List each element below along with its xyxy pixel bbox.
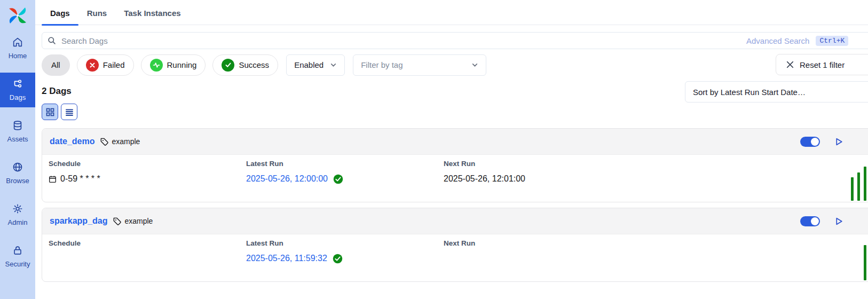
chevron-down-icon: [471, 61, 478, 68]
sidebar-item-assets[interactable]: Assets: [0, 114, 35, 149]
search-input[interactable]: [42, 32, 868, 49]
home-icon: [12, 36, 23, 48]
reset-filters-label: Reset 1 filter: [800, 60, 845, 69]
latest-run-column: Latest Run 2025-05-26, 11:59:32: [246, 234, 343, 264]
dag-card-body: Schedule 0-59 * * * * Latest Run: [42, 155, 868, 202]
next-run-text: 2025-05-26, 12:01:00: [444, 174, 525, 184]
dag-card-header: date_demo example: [42, 129, 868, 155]
filter-chip-all[interactable]: All: [42, 54, 70, 76]
sidebar-item-dags[interactable]: Dags: [0, 73, 35, 107]
dag-tag[interactable]: example: [112, 137, 140, 146]
calendar-icon: [49, 175, 57, 183]
enabled-select-value: Enabled: [294, 60, 323, 69]
sort-select-value: Sort by Latest Run Start Date…: [693, 88, 806, 97]
schedule-column: Schedule: [49, 234, 81, 264]
trigger-dag-button[interactable]: [834, 217, 843, 226]
count-row: 2 Dags Sort by Latest Run Start Date…: [42, 80, 868, 103]
admin-gear-icon: [12, 203, 23, 215]
filter-chip-success[interactable]: Success: [212, 54, 278, 76]
play-icon: [834, 217, 843, 226]
latest-run-link[interactable]: 2025-05-26, 12:00:00: [246, 174, 328, 184]
search-bar: Advanced Search Ctrl+K: [42, 32, 868, 49]
search-extras: Advanced Search Ctrl+K: [746, 32, 848, 49]
content-area: Advanced Search Ctrl+K All Failed: [35, 32, 868, 282]
running-status-icon: [150, 59, 163, 72]
main-content: Dags Runs Task Instances Advanced Search…: [35, 0, 868, 282]
schedule-column: Schedule 0-59 * * * *: [49, 155, 100, 185]
enabled-filter-select[interactable]: Enabled: [286, 54, 345, 76]
success-status-icon: [222, 59, 234, 72]
tab-runs[interactable]: Runs: [78, 2, 116, 25]
dag-name-link[interactable]: sparkapp_dag: [50, 216, 107, 226]
sort-select[interactable]: Sort by Latest Run Start Date…: [685, 81, 868, 103]
search-icon: [48, 36, 56, 45]
reset-filters-button[interactable]: Reset 1 filter: [776, 54, 868, 75]
next-run-label: Next Run: [444, 160, 525, 168]
trigger-dag-button[interactable]: [834, 137, 843, 147]
dag-enabled-toggle[interactable]: [800, 216, 820, 226]
sidebar-item-admin[interactable]: Admin: [0, 198, 35, 232]
latest-run-label: Latest Run: [246, 239, 343, 247]
dag-tag[interactable]: example: [124, 217, 153, 225]
advanced-search-link[interactable]: Advanced Search: [746, 36, 809, 45]
dag-card-body: Schedule Latest Run 2025-05-26, 11:59:32: [42, 234, 868, 281]
dag-card-list: date_demo example: [42, 128, 868, 282]
chip-label: All: [51, 60, 60, 69]
sidebar-item-label: Dags: [10, 93, 26, 101]
schedule-label: Schedule: [49, 160, 100, 168]
dag-enabled-toggle[interactable]: [800, 137, 820, 147]
dag-name-link[interactable]: date_demo: [50, 137, 94, 146]
sidebar-item-label: Assets: [7, 135, 28, 143]
shortcut-badge: Ctrl+K: [816, 36, 848, 46]
run-duration-bar[interactable]: [857, 172, 860, 201]
sidebar-item-label: Browse: [6, 177, 29, 185]
dag-card-header: sparkapp_dag example: [42, 208, 868, 234]
airflow-pinwheel-icon: [7, 5, 28, 26]
dag-card-actions: [800, 208, 843, 234]
list-view-icon: [65, 108, 74, 116]
next-run-column: Next Run 2025-05-26, 12:01:00: [444, 155, 525, 185]
schedule-label: Schedule: [49, 239, 81, 247]
card-view-button[interactable]: [42, 104, 58, 120]
dag-card-actions: [800, 129, 843, 155]
sidebar-item-label: Admin: [8, 218, 28, 226]
run-duration-bar[interactable]: [864, 245, 866, 280]
tab-task-instances[interactable]: Task Instances: [115, 2, 189, 25]
chip-label: Failed: [103, 60, 125, 69]
next-run-column: Next Run: [444, 234, 475, 264]
run-duration-bar[interactable]: [851, 177, 854, 201]
failed-status-icon: [86, 59, 99, 72]
recent-runs-bar-chart: [864, 245, 866, 280]
list-view-button[interactable]: [61, 104, 77, 120]
sidebar-item-browse[interactable]: Browse: [0, 156, 35, 191]
browse-icon: [12, 161, 23, 173]
grid-view-icon: [46, 108, 54, 116]
dag-card-sparkapp-dag: sparkapp_dag example: [42, 208, 868, 282]
next-run-label: Next Run: [444, 239, 475, 247]
chevron-down-icon: [330, 61, 337, 68]
sidebar-item-label: Home: [9, 52, 27, 60]
tag-icon: [113, 217, 122, 226]
assets-icon: [12, 120, 23, 131]
schedule-value: 0-59 * * * *: [49, 173, 100, 185]
sidebar-item-security[interactable]: Security: [0, 239, 35, 274]
success-check-icon: [333, 174, 343, 184]
chip-label: Success: [239, 60, 269, 69]
run-duration-bar[interactable]: [864, 167, 866, 201]
play-icon: [834, 137, 843, 146]
filter-chip-running[interactable]: Running: [141, 54, 206, 76]
recent-runs-bar-chart: [851, 167, 866, 201]
dag-card-date-demo: date_demo example: [42, 128, 868, 202]
chip-label: Running: [167, 60, 197, 69]
tab-dags[interactable]: Dags: [42, 2, 78, 25]
tag-filter-select[interactable]: Filter by tag: [353, 54, 486, 76]
airflow-logo[interactable]: [0, 0, 35, 31]
latest-run-link[interactable]: 2025-05-26, 11:59:32: [246, 254, 327, 263]
tag-select-placeholder: Filter by tag: [361, 60, 403, 69]
filter-chip-failed[interactable]: Failed: [77, 54, 134, 76]
close-icon: [786, 61, 794, 68]
sidebar-item-label: Security: [5, 260, 30, 268]
sidebar: Home Dags Assets Browse: [0, 0, 35, 299]
toggle-knob: [811, 138, 819, 146]
sidebar-item-home[interactable]: Home: [0, 31, 35, 66]
